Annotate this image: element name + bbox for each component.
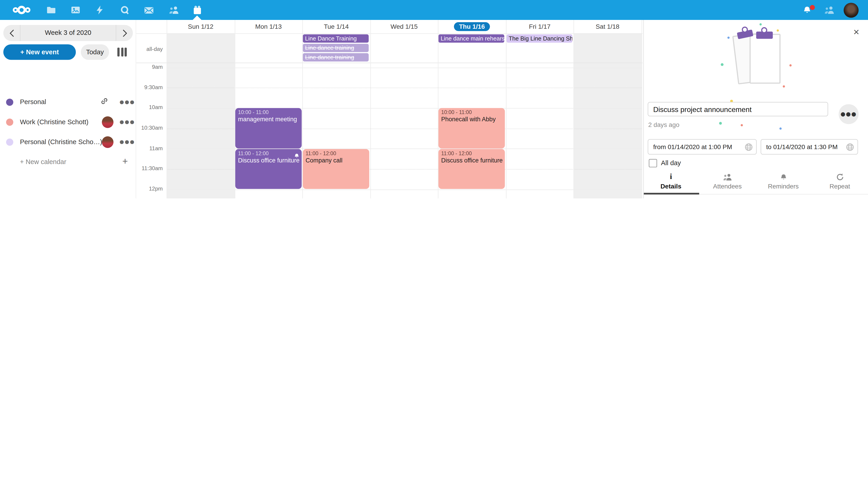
week-navigation: Week 3 of 2020 — [3, 25, 133, 41]
calendar-list-item-personal-shared[interactable]: Personal (Christine Scho…) ●●● — [0, 132, 135, 152]
calendar-icon[interactable] — [190, 3, 204, 17]
calendar-name: Personal — [20, 98, 46, 106]
app-window: Week 3 of 2020 + New event Today Persona… — [0, 0, 868, 198]
active-app-pointer — [193, 16, 202, 20]
event-start-field — [648, 139, 756, 155]
today-button[interactable]: Today — [81, 44, 109, 60]
active-tab-indicator — [644, 193, 699, 194]
notifications-bell-icon[interactable] — [800, 3, 814, 17]
calendar-name: Personal (Christine Scho…) — [20, 138, 102, 146]
event-editor-panel: ✕ ●●● 2 days ago — [643, 20, 868, 198]
event-start-input[interactable] — [648, 140, 747, 154]
contacts-icon[interactable] — [167, 3, 181, 17]
nextcloud-logo-icon[interactable] — [11, 3, 32, 17]
calendar-name: Work (Christine Schott) — [20, 118, 88, 126]
event-company-call[interactable]: 11:00 - 12:00 Company call — [303, 149, 369, 189]
attendees-icon — [705, 172, 749, 181]
tab-attendees[interactable]: Attendees — [705, 172, 749, 190]
mail-icon[interactable] — [142, 3, 156, 17]
photos-icon[interactable] — [69, 3, 82, 17]
time-label: 12pm — [136, 185, 163, 192]
grid-hour-line — [166, 67, 642, 68]
time-label: 11am — [136, 145, 163, 151]
event-illustration — [727, 29, 788, 86]
grid-hour-line — [166, 88, 642, 88]
shared-by-avatar — [102, 136, 114, 147]
event-end-input[interactable] — [761, 140, 848, 154]
repeat-icon — [817, 172, 862, 181]
time-label: 11:30am — [136, 165, 163, 171]
shared-by-avatar — [102, 116, 114, 127]
grid-column-line — [506, 20, 506, 198]
calendar-actions-menu-icon[interactable]: ●●● — [120, 119, 131, 125]
activity-icon[interactable] — [93, 3, 106, 17]
calendar-list-item-personal[interactable]: Personal ●●● — [0, 92, 135, 112]
talk-icon[interactable] — [118, 3, 131, 17]
all-day-checkbox[interactable] — [649, 159, 657, 167]
grid-column-line — [166, 20, 167, 198]
event-discuss-office-furniture-mon[interactable]: 11:00 - 12:00 Discuss office furniture — [235, 149, 302, 189]
next-week-button[interactable] — [116, 25, 133, 41]
tab-reminders[interactable]: Reminders — [761, 172, 805, 190]
grid-column-line — [370, 20, 371, 198]
reminder-bell-icon — [761, 172, 805, 181]
calendar-sidebar: Week 3 of 2020 + New event Today Persona… — [0, 20, 135, 198]
calendar-actions-menu-icon[interactable]: ●●● — [120, 99, 131, 105]
calendar-color-dot — [6, 138, 13, 145]
all-day-label: All day — [661, 159, 681, 167]
top-navigation-bar — [0, 0, 868, 20]
time-label: 10:30am — [136, 125, 163, 131]
last-modified-label: 2 days ago — [648, 121, 680, 128]
grid-column-line — [574, 20, 574, 198]
event-management-meeting[interactable]: 10:00 - 11:00 management meeting — [235, 108, 302, 149]
timezone-globe-icon[interactable] — [745, 143, 753, 151]
new-calendar-button[interactable]: + New calendar + — [0, 152, 135, 172]
event-end-field — [761, 139, 858, 155]
week-grid: Sun 1/12 Mon 1/13 Tue 1/14 Wed 1/15 Thu … — [135, 20, 643, 198]
calendar-actions-menu-icon[interactable]: ●●● — [120, 139, 131, 145]
event-phonecall-with-abby[interactable]: 10:00 - 11:00 Phonecall with Abby — [438, 108, 505, 149]
timezone-globe-icon[interactable] — [846, 143, 854, 151]
plus-icon: + — [120, 156, 131, 167]
calendar-list-item-work[interactable]: Work (Christine Schott) ●●● — [0, 112, 135, 132]
notification-unread-dot — [810, 5, 815, 10]
share-link-icon[interactable] — [101, 97, 108, 107]
reminder-bell-icon — [294, 151, 299, 161]
previous-week-button[interactable] — [3, 25, 20, 41]
info-icon: i — [649, 172, 693, 181]
view-switcher-icon[interactable] — [117, 48, 127, 57]
event-title-input[interactable] — [648, 102, 828, 116]
calendar-color-dot — [6, 98, 13, 106]
files-icon[interactable] — [44, 3, 58, 17]
event-discuss-office-furniture-thu[interactable]: 11:00 - 12:00 Discuss office furniture — [438, 149, 505, 189]
tab-details[interactable]: i Details — [649, 172, 693, 190]
time-label: 9am — [136, 64, 163, 70]
grid-hour-line — [166, 190, 642, 190]
time-label: 10am — [136, 104, 163, 110]
contacts-menu-icon[interactable] — [823, 3, 836, 17]
user-avatar[interactable] — [844, 3, 859, 18]
grid-lines — [136, 20, 643, 198]
new-calendar-label: + New calendar — [20, 158, 66, 166]
week-label[interactable]: Week 3 of 2020 — [20, 25, 116, 41]
tab-repeat[interactable]: Repeat — [817, 172, 862, 190]
close-icon[interactable]: ✕ — [853, 28, 860, 36]
new-event-button[interactable]: + New event — [3, 44, 76, 60]
calendar-color-dot — [6, 118, 13, 125]
event-more-actions-button[interactable]: ●●● — [839, 104, 859, 124]
grid-column-line — [642, 20, 642, 198]
time-label: 9:30am — [136, 84, 163, 90]
